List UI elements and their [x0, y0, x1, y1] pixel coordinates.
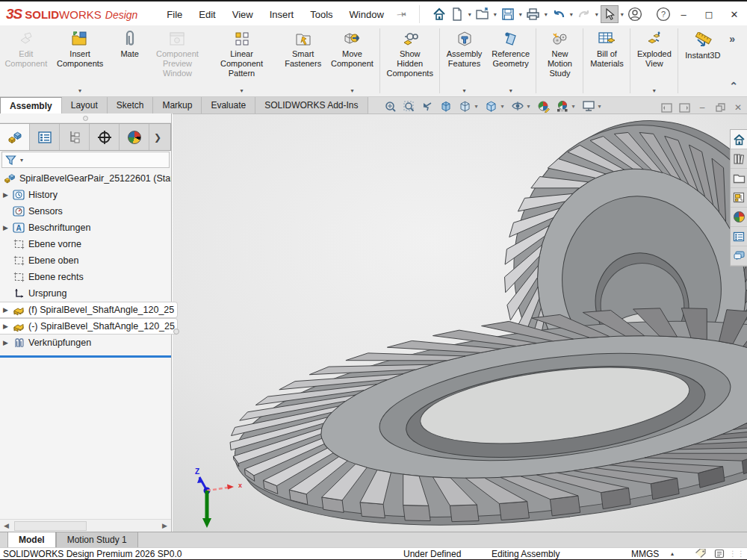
dock-taskpane-icon[interactable] [678, 102, 690, 113]
tree-item-origin[interactable]: Ursprung [0, 285, 171, 302]
instant3d-button[interactable]: Instant3D [680, 25, 725, 96]
taskpane-home-icon[interactable] [731, 130, 747, 149]
expand-arrow-icon[interactable]: ▶ [3, 224, 12, 231]
exploded-view-dropdown[interactable]: ▾ [653, 87, 656, 95]
assembly-features-dropdown[interactable]: ▾ [463, 87, 466, 95]
menu-insert[interactable]: Insert [261, 6, 303, 23]
undo-dropdown[interactable]: ▾ [568, 11, 575, 18]
featuremanager-tree-tab[interactable] [0, 124, 30, 150]
insert-components-button[interactable]: Insert Components ▾ [52, 25, 108, 96]
rollback-bar[interactable] [0, 355, 171, 358]
tab-layout[interactable]: Layout [62, 97, 108, 113]
design-library-icon[interactable] [731, 149, 747, 169]
menu-file[interactable]: File [158, 6, 190, 23]
smart-fasteners-button[interactable]: Smart Fasteners [280, 25, 326, 96]
open-dropdown[interactable]: ▾ [492, 11, 499, 18]
tab-assembly[interactable]: Assembly [0, 97, 62, 113]
spiral-bevel-gears-model[interactable] [173, 114, 747, 532]
scroll-right-icon[interactable]: ▶ [158, 522, 171, 529]
filter-dropdown[interactable]: ▾ [20, 157, 23, 164]
unit-system-text[interactable]: MMGS [631, 549, 659, 559]
expand-arrow-icon[interactable]: ▶ [3, 339, 12, 346]
bill-of-materials-button[interactable]: Bill of Materials [585, 25, 628, 96]
pin-menu-icon[interactable]: 📌︎ [394, 6, 409, 22]
menu-tools[interactable]: Tools [302, 6, 341, 23]
print-icon[interactable] [524, 5, 542, 23]
previous-view-icon[interactable] [419, 99, 437, 113]
zoom-to-area-icon[interactable] [400, 99, 418, 113]
new-document-dropdown[interactable]: ▾ [466, 11, 474, 18]
view-settings-icon[interactable] [580, 99, 598, 113]
help-icon[interactable]: ? [654, 5, 672, 23]
display-style-icon[interactable] [483, 99, 500, 113]
view-palette-icon[interactable] [731, 188, 747, 208]
edit-appearance-icon[interactable] [535, 99, 553, 113]
tab-markup[interactable]: Markup [153, 97, 202, 113]
print-dropdown[interactable]: ▾ [542, 11, 550, 18]
panel-splitter-grip[interactable] [173, 329, 179, 335]
apply-scene-icon[interactable] [554, 99, 571, 113]
zoom-to-fit-icon[interactable] [382, 99, 400, 113]
insert-components-dropdown[interactable]: ▾ [78, 87, 81, 95]
file-explorer-icon[interactable] [731, 169, 747, 188]
reference-geometry-button[interactable]: Reference Geometry ▾ [487, 25, 535, 96]
resize-grip[interactable]: ⋮⋮ [729, 550, 746, 558]
unit-system-dropdown[interactable]: ▴ [671, 550, 674, 557]
minimize-button[interactable]: – [671, 3, 696, 25]
tree-item-plane-front[interactable]: Ebene vorne [0, 236, 171, 252]
tree-root-assembly[interactable]: SpiralBevelGearPair_25122601 (Standar [0, 170, 171, 187]
dimxpertmanager-tab[interactable] [90, 124, 120, 150]
linear-component-pattern-dropdown[interactable]: ▾ [241, 87, 244, 95]
save-dropdown[interactable]: ▾ [517, 11, 524, 18]
tree-filter[interactable]: ▾ [1, 152, 170, 168]
ribbon-collapse-button[interactable]: ⌃ [729, 80, 738, 92]
dock-featuremanager-icon[interactable] [660, 102, 672, 113]
view-orientation-icon[interactable] [456, 99, 474, 113]
tab-sketch[interactable]: Sketch [108, 97, 154, 113]
select-tool-icon[interactable] [601, 5, 619, 23]
expand-arrow-icon[interactable]: ▶ [3, 323, 12, 330]
scroll-left-icon[interactable]: ◀ [0, 522, 13, 529]
select-tool-dropdown[interactable]: ▾ [619, 11, 626, 18]
assembly-features-button[interactable]: Assembly Features ▾ [441, 25, 487, 96]
new-motion-study-button[interactable]: New Motion Study [538, 25, 581, 96]
section-view-icon[interactable] [438, 99, 456, 113]
tree-item-component-2[interactable]: ▶ (-) SpiralBevel_ShaftAngle_120_25 [0, 318, 178, 335]
account-icon[interactable] [626, 5, 644, 23]
move-component-button[interactable]: Move Component ▾ [326, 25, 379, 96]
graphics-viewport[interactable]: Z x [173, 113, 747, 532]
tree-item-plane-top[interactable]: Ebene oben [0, 252, 171, 269]
tree-item-sensors[interactable]: Sensors [0, 203, 171, 220]
configurationmanager-tab[interactable] [60, 124, 90, 150]
reference-geometry-dropdown[interactable]: ▾ [509, 87, 512, 95]
tree-item-plane-right[interactable]: Ebene rechts [0, 269, 171, 285]
displaymanager-tab[interactable] [120, 124, 149, 150]
new-document-icon[interactable] [448, 5, 466, 23]
mate-button[interactable]: Mate [108, 25, 152, 96]
undo-icon[interactable] [550, 5, 568, 23]
save-icon[interactable] [499, 5, 517, 23]
move-component-dropdown[interactable]: ▾ [350, 87, 353, 95]
menu-view[interactable]: View [224, 6, 261, 23]
show-hidden-components-button[interactable]: Show Hidden Components [382, 25, 438, 96]
menu-window[interactable]: Window [341, 6, 392, 23]
propertymanager-tab[interactable] [30, 124, 60, 150]
custom-properties-icon[interactable] [731, 227, 747, 246]
hide-show-items-dropdown[interactable]: ▾ [527, 103, 534, 110]
tab-model[interactable]: Model [7, 532, 56, 547]
view-settings-dropdown[interactable]: ▾ [598, 103, 605, 110]
tree-item-component-1[interactable]: ▶ (f) SpiralBevel_ShaftAngle_120_25 [0, 302, 178, 318]
note-icon[interactable] [714, 549, 725, 559]
home-icon[interactable] [430, 5, 448, 23]
linear-component-pattern-button[interactable]: Linear Component Pattern ▾ [203, 25, 280, 96]
scrollbar-thumb[interactable] [14, 521, 87, 531]
comments-icon[interactable] [731, 246, 747, 266]
doc-close-button[interactable]: ✕ [732, 102, 744, 113]
tree-item-annotations[interactable]: ▶ A Beschriftungen [0, 220, 171, 236]
tab-evaluate[interactable]: Evaluate [202, 97, 255, 113]
view-orientation-dropdown[interactable]: ▾ [475, 103, 482, 110]
menu-edit[interactable]: Edit [190, 6, 223, 23]
display-style-dropdown[interactable]: ▾ [501, 103, 508, 110]
tree-item-history[interactable]: ▶ History [0, 187, 171, 203]
expand-arrow-icon[interactable]: ▶ [3, 306, 12, 314]
